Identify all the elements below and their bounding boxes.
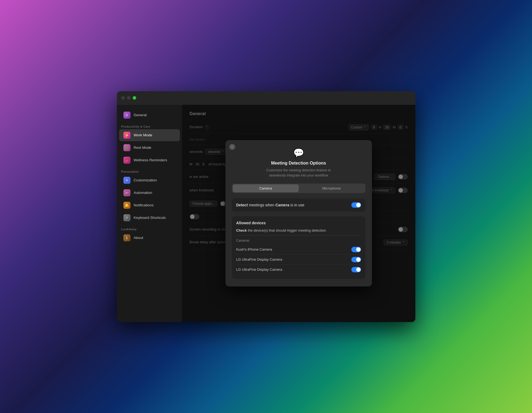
workmode-icon: ⚡ [123, 132, 130, 139]
device-toggle-2[interactable] [351, 267, 361, 272]
restmode-icon: 🌿 [123, 144, 130, 151]
device-toggle-0[interactable] [351, 247, 361, 252]
sidebar-item-restmode[interactable]: 🌿 Rest Mode [119, 142, 180, 154]
modal-overlay: × 💬 Meeting Detection Options Customize … [182, 105, 415, 322]
allowed-devices-title: Allowed devices [236, 221, 361, 225]
modal-icon: 💬 [232, 148, 365, 158]
modal-subtitle: Customize the meeting detection feature … [232, 168, 365, 178]
meeting-detection-modal: × 💬 Meeting Detection Options Customize … [225, 140, 372, 286]
detect-suffix: is in use [291, 203, 304, 207]
app-window: ⚙ General Productivity & Care ⚡ Work Mod… [117, 91, 415, 322]
video-camera-icon: 💬 [293, 148, 304, 158]
sidebar-item-notifications[interactable]: 🔔 Notifications [119, 199, 180, 211]
device-name-1: LG UltraFine Display Camera [236, 257, 282, 261]
general-icon: ⚙ [123, 112, 130, 119]
sidebar-label-restmode: Rest Mode [134, 146, 151, 150]
sidebar-label-keyboard: Keyboard Shortcuts [134, 216, 166, 220]
close-button[interactable] [121, 96, 125, 100]
sidebar-item-automation[interactable]: ↩ Automation [119, 187, 180, 199]
app-content: ⚙ General Productivity & Care ⚡ Work Mod… [117, 105, 415, 322]
device-row-2: LG UltraFine Display Camera [236, 265, 361, 275]
sidebar-label-wellness: Wellness Reminders [134, 158, 167, 162]
close-icon: × [231, 145, 233, 149]
sidebar-item-about[interactable]: ℹ About [119, 232, 180, 244]
check-instruction: Check the device(s) that should trigger … [236, 228, 361, 235]
detect-prefix: Detect [236, 203, 248, 207]
sidebar-label-workmode: Work Mode [134, 133, 152, 137]
sidebar-section-productivity: Productivity & Care [117, 122, 182, 129]
sidebar-label-customization: Customization [134, 178, 157, 182]
detect-camera: Camera [275, 203, 289, 207]
sidebar-section-lookaway: LookAway [117, 224, 182, 232]
sidebar-label-notifications: Notifications [134, 203, 154, 207]
detect-label: Detect meetings when Camera is in use [236, 203, 304, 207]
sidebar-item-keyboard[interactable]: # Keyboard Shortcuts [119, 212, 180, 224]
notifications-icon: 🔔 [123, 202, 130, 209]
modal-close-button[interactable]: × [229, 144, 235, 150]
check-bold: Check [236, 228, 247, 232]
modal-tabs: Camera Microphone [232, 184, 365, 193]
detect-middle: meetings when [249, 203, 275, 207]
customization-icon: ✦ [123, 177, 130, 184]
device-row-1: LG UltraFine Display Camera [236, 255, 361, 265]
sidebar-item-workmode[interactable]: ⚡ Work Mode [119, 129, 180, 141]
sidebar-item-general[interactable]: ⚙ General [119, 109, 180, 121]
title-bar [117, 91, 415, 105]
device-toggle-1[interactable] [351, 257, 361, 262]
sidebar-section-personalize: Personalize [117, 167, 182, 174]
sidebar: ⚙ General Productivity & Care ⚡ Work Mod… [117, 105, 182, 322]
check-suffix: the device(s) that should trigger meetin… [248, 228, 326, 232]
sidebar-label-about: About [134, 236, 143, 240]
main-content: General Duration ? Custom ⌃ 0 H 25 [182, 105, 415, 322]
sidebar-item-wellness[interactable]: 💗 Wellness Reminders [119, 154, 180, 166]
detect-toggle[interactable] [351, 202, 361, 208]
maximize-button[interactable] [133, 96, 136, 100]
device-name-0: Kush's iPhone Camera [236, 247, 272, 251]
allowed-devices-section: Allowed devices Check the device(s) that… [232, 216, 365, 279]
device-row-0: Kush's iPhone Camera [236, 245, 361, 255]
traffic-lights [121, 96, 136, 100]
about-icon: ℹ [123, 234, 130, 241]
device-name-2: LG UltraFine Display Camera [236, 267, 282, 272]
automation-icon: ↩ [123, 189, 130, 196]
sidebar-label-automation: Automation [134, 191, 152, 195]
tab-camera[interactable]: Camera [233, 184, 299, 192]
keyboard-icon: # [123, 214, 130, 221]
cameras-label: Cameras [236, 239, 361, 242]
modal-title: Meeting Detection Options [232, 161, 365, 166]
minimize-button[interactable] [127, 96, 130, 100]
sidebar-label-general: General [134, 113, 147, 117]
detect-row: Detect meetings when Camera is in use [232, 198, 365, 212]
tab-microphone[interactable]: Microphone [299, 184, 365, 192]
wellness-icon: 💗 [123, 157, 130, 164]
sidebar-item-customization[interactable]: ✦ Customization [119, 174, 180, 186]
